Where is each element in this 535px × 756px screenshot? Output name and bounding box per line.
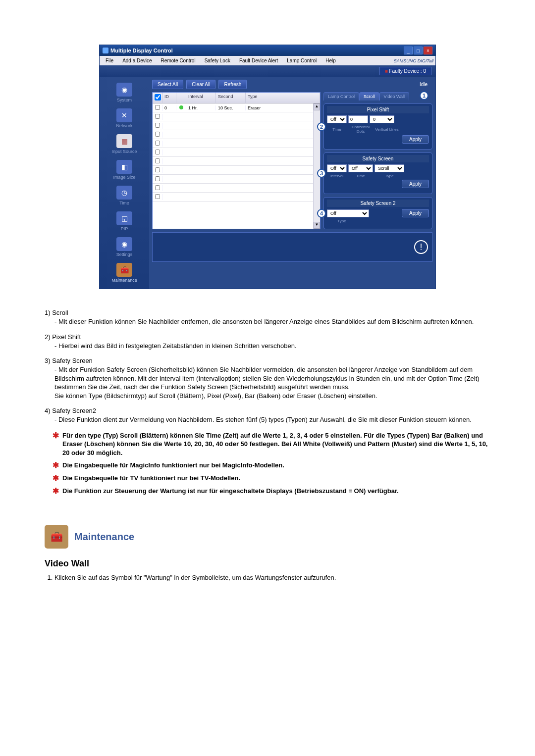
note-2: Die Eingabequelle für MagicInfo funktion…	[54, 461, 490, 470]
table-row[interactable]	[153, 148, 320, 157]
table-row[interactable]	[153, 193, 320, 202]
scroll-down-icon[interactable]: ▼	[314, 222, 320, 229]
table-row[interactable]: 0 1 Hr. 10 Sec. Eraser	[153, 103, 320, 112]
app-icon	[103, 48, 108, 53]
doc-item-4: 4) Safety Screen2 Diese Funktion dient z…	[45, 407, 490, 424]
pixelshift-off-select[interactable]: Off	[327, 115, 347, 123]
status-idle: Idle	[415, 80, 432, 89]
table-row[interactable]	[153, 121, 320, 130]
note-4: Die Funktion zur Steuerung der Wartung i…	[54, 487, 490, 496]
callout-3: 3	[317, 169, 326, 178]
sidebar-item-maintenance[interactable]: 🧰Maintenance	[100, 260, 149, 286]
menubar: File Add a Device Remote Control Safety …	[100, 56, 435, 65]
tab-scroll[interactable]: Scroll	[359, 92, 379, 101]
callout-4: 4	[317, 209, 326, 218]
clear-all-button[interactable]: Clear All	[186, 80, 215, 89]
panel-pixel-shift: Pixel Shift Off 0 Time Horizontal Dots V…	[323, 103, 432, 150]
table-row[interactable]	[153, 175, 320, 184]
section-header: 🧰 Maintenance	[45, 525, 490, 549]
time-icon: ◷	[116, 186, 132, 200]
close-button[interactable]: ×	[424, 47, 432, 54]
device-grid: ID Interval Second Type 0 1 Hr. 10 Sec.	[152, 92, 321, 229]
panel-title: Safety Screen	[327, 155, 429, 162]
row-checkbox[interactable]	[155, 105, 160, 110]
col-type: Type	[246, 93, 320, 103]
col-check[interactable]	[153, 93, 162, 103]
sidebar-item-system[interactable]: ◉System	[100, 80, 149, 105]
panel-title: Pixel Shift	[327, 106, 429, 113]
table-row[interactable]	[153, 130, 320, 139]
section-title: Maintenance	[74, 531, 134, 543]
doc-item-3: 3) Safety Screen Mit der Funktion Safety…	[45, 357, 490, 400]
status-dot-icon	[179, 105, 183, 109]
safety-apply-button[interactable]: Apply	[402, 180, 429, 188]
pixelshift-v-select[interactable]: 0	[370, 115, 394, 123]
col-id: ID	[162, 93, 176, 103]
note-3: Die Eingabequelle für TV funktioniert nu…	[54, 474, 490, 483]
app-title: Multiple Display Control	[110, 48, 404, 53]
menu-file[interactable]: File	[102, 57, 117, 64]
table-row[interactable]	[153, 139, 320, 148]
sidebar-item-network[interactable]: ✕Network	[100, 105, 149, 131]
safety2-off-select[interactable]: Off	[327, 209, 369, 217]
step-1: Klicken Sie auf das Symbol für "Wartung"…	[54, 574, 490, 581]
sidebar-item-time[interactable]: ◷Time	[100, 183, 149, 208]
panel-safety-screen-2: Safety Screen 2 Off Apply Type 4	[323, 197, 432, 229]
select-all-button[interactable]: Select All	[152, 80, 183, 89]
refresh-button[interactable]: Refresh	[218, 80, 247, 89]
menu-add-device[interactable]: Add a Device	[118, 57, 156, 64]
doc-item-1: 1) Scroll Mit dieser Funktion können Sie…	[45, 309, 490, 326]
titlebar: Multiple Display Control _ □ ×	[100, 45, 435, 56]
scroll-up-icon[interactable]: ▲	[314, 103, 320, 110]
maintenance-icon: 🧰	[116, 263, 132, 277]
faulty-bar: Faulty Device : 0	[100, 65, 435, 77]
callout-1: 1	[420, 91, 428, 100]
document-body: 1) Scroll Mit dieser Funktion können Sie…	[45, 309, 490, 495]
table-row[interactable]	[153, 112, 320, 121]
maintenance-section-icon: 🧰	[45, 525, 68, 549]
callout-2: 2	[317, 122, 326, 131]
menu-lamp-control[interactable]: Lamp Control	[283, 57, 321, 64]
safety-off-select[interactable]: Off	[327, 164, 347, 172]
col-second: Second	[216, 93, 246, 103]
tab-video-wall[interactable]: Video Wall	[379, 92, 410, 101]
minimize-button[interactable]: _	[404, 47, 413, 54]
maximize-button[interactable]: □	[414, 47, 423, 54]
app-window: Multiple Display Control _ □ × File Add …	[99, 45, 436, 289]
subsection-title: Video Wall	[45, 558, 490, 569]
sidebar: ◉System ✕Network ▦Input Source ◧Image Si…	[100, 77, 149, 289]
col-status	[176, 93, 186, 103]
table-row[interactable]	[153, 157, 320, 166]
panel-title: Safety Screen 2	[327, 200, 429, 207]
panel-safety-screen: Safety Screen Off Off Scroll Interval Ti…	[323, 152, 432, 194]
pixelshift-apply-button[interactable]: Apply	[402, 135, 429, 144]
network-icon: ✕	[116, 108, 132, 122]
menu-help[interactable]: Help	[321, 57, 340, 64]
faulty-device-badge: Faulty Device : 0	[379, 67, 431, 75]
table-row[interactable]	[153, 184, 320, 193]
safety2-apply-button[interactable]: Apply	[402, 209, 429, 217]
menu-fault-alert[interactable]: Fault Device Alert	[235, 57, 282, 64]
input-source-icon: ▦	[116, 134, 132, 148]
warning-icon: !	[414, 240, 428, 254]
col-interval: Interval	[186, 93, 216, 103]
sidebar-item-image-size[interactable]: ◧Image Size	[100, 157, 149, 183]
brand-label: SAMSUNG DIGITall	[394, 58, 433, 63]
step-list: Klicken Sie auf das Symbol für "Wartung"…	[54, 574, 490, 581]
tab-lamp-control[interactable]: Lamp Control	[323, 92, 359, 101]
safety-type-select[interactable]: Scroll	[374, 164, 404, 172]
menu-remote-control[interactable]: Remote Control	[157, 57, 200, 64]
sidebar-item-settings[interactable]: ◉Settings	[100, 234, 149, 260]
menu-safety-lock[interactable]: Safety Lock	[201, 57, 234, 64]
doc-item-2: 2) Pixel Shift Hierbei wird das Bild in …	[45, 333, 490, 351]
pixelshift-h-input[interactable]	[348, 115, 368, 123]
main-area: Select All Clear All Refresh Idle ID Int…	[149, 77, 435, 289]
table-row[interactable]	[153, 166, 320, 175]
bottom-panel: !	[152, 232, 432, 262]
image-size-icon: ◧	[116, 160, 132, 174]
safety-time-select[interactable]: Off	[348, 164, 373, 172]
sidebar-item-pip[interactable]: ◱PIP	[100, 208, 149, 234]
system-icon: ◉	[116, 83, 132, 97]
sidebar-item-input-source[interactable]: ▦Input Source	[100, 131, 149, 157]
note-1: Für den type (Typ) Scroll (Blättern) kön…	[54, 431, 490, 457]
